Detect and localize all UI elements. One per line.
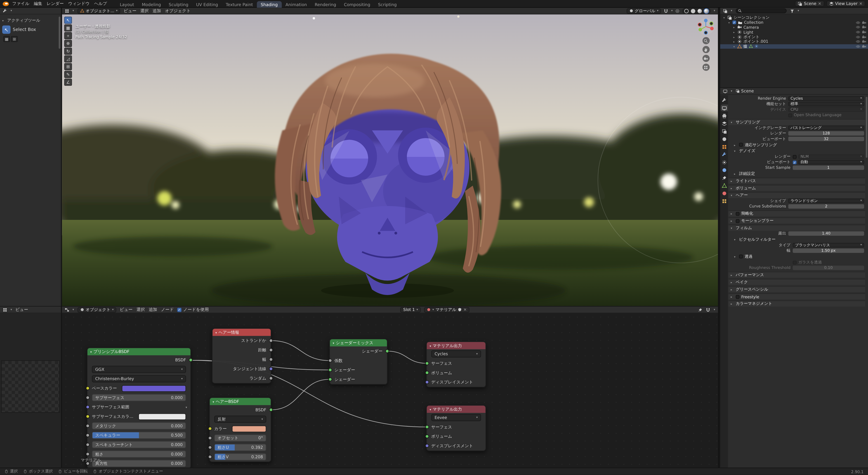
pan-button[interactable] xyxy=(702,46,710,53)
node-mix-shader[interactable]: ▾シェーダーミックスシェーダー係数シェーダーシェーダー xyxy=(329,339,388,385)
value-field-スペキュラー[interactable]: スペキュラー0.500 xyxy=(92,432,186,439)
eye-toggle[interactable] xyxy=(856,35,860,39)
field-露出[interactable]: 1.40 xyxy=(788,231,864,236)
use-nodes-toggle[interactable]: ✓ ノードを使用 xyxy=(177,307,209,312)
shading-wireframe-button[interactable] xyxy=(684,8,689,13)
node-snap-magnet-icon[interactable] xyxy=(706,307,710,312)
checkbox-レンダー[interactable] xyxy=(793,155,797,158)
viewport-editor-icon[interactable] xyxy=(65,8,69,13)
node-collapse-arrow[interactable]: ▾ xyxy=(215,330,217,334)
field-レンダー[interactable]: 128 xyxy=(788,131,864,136)
node-collapse-arrow[interactable]: ▾ xyxy=(333,341,334,345)
active-tool-panel-header[interactable]: ▾ アクティブツール xyxy=(2,18,59,23)
properties-tab-texture[interactable] xyxy=(720,197,727,204)
tool-scale[interactable]: ◿ xyxy=(64,55,72,63)
viewport-menu-選択[interactable]: 選択 xyxy=(141,8,149,13)
node-dropdown-反射[interactable]: 反射▾ xyxy=(214,416,266,423)
panel-header-グリースペンシル[interactable]: ▸グリースペンシル xyxy=(728,286,865,292)
color-swatch-ベースカラー[interactable] xyxy=(122,385,186,391)
expand-arrow[interactable]: ▾ xyxy=(733,45,736,48)
filter-caret[interactable]: ▾ xyxy=(798,9,799,12)
scene-unlink-button[interactable]: ✕ xyxy=(818,1,821,6)
eye-toggle[interactable] xyxy=(856,44,860,49)
shading-material-button[interactable] xyxy=(697,8,703,13)
cam-toggle[interactable] xyxy=(862,39,866,44)
checkbox-ビューポート[interactable]: ✓ xyxy=(793,160,797,164)
color-swatch-カラー[interactable] xyxy=(232,425,266,432)
workspace-tab-Modeling[interactable]: Modeling xyxy=(138,1,165,7)
panel-header-モーションブラー[interactable]: ▸モーションブラー xyxy=(728,217,865,223)
dropdown-Render Engine[interactable]: Cycles▾ xyxy=(788,96,864,101)
shader-type-dropdown[interactable]: オブジェクト▾ xyxy=(77,307,116,312)
node-editor-caret[interactable]: ▾ xyxy=(72,308,74,311)
shading-solid-button[interactable] xyxy=(690,8,696,13)
editor-type-caret[interactable]: ▾ xyxy=(11,9,12,12)
tool-annotate[interactable]: ✎ xyxy=(64,71,72,78)
panel-header-透過[interactable]: ▾透過 xyxy=(728,254,865,260)
node-link[interactable] xyxy=(388,351,426,363)
dropdown-機能セット[interactable]: 標準▾ xyxy=(788,102,864,106)
eye-toggle[interactable] xyxy=(856,20,860,25)
cam-toggle[interactable] xyxy=(862,20,866,25)
tool-rotate[interactable]: ↻ xyxy=(64,48,72,55)
node-menu-ノード[interactable]: ノード xyxy=(161,307,174,312)
field-ビューポート[interactable]: 32 xyxy=(788,136,864,141)
node-menu-選択[interactable]: 選択 xyxy=(136,307,145,312)
panel-header-簡略化[interactable]: ▸簡略化 xyxy=(728,211,865,217)
dropdown-シェイプ[interactable]: ラウンドリボン▾ xyxy=(788,198,864,203)
node-hair-info[interactable]: ▾ヘアー情報ストランドか距離幅タンジェント法線ランダム xyxy=(212,328,271,383)
properties-tab-output[interactable] xyxy=(720,112,727,119)
viewport-menu-ビュー[interactable]: ビュー xyxy=(124,8,136,13)
node-header-material-output-eevee[interactable]: ▾マテリアル出力 xyxy=(427,406,486,413)
snap-caret[interactable]: ▾ xyxy=(671,9,673,12)
panel-checkbox-Freestyle[interactable] xyxy=(736,295,740,298)
node-dropdown-GGX[interactable]: GGX▾ xyxy=(92,366,186,373)
properties-tab-tool[interactable] xyxy=(720,97,727,103)
properties-tab-material[interactable] xyxy=(720,190,727,196)
panel-checkbox-透過[interactable] xyxy=(739,255,743,258)
filter-icon[interactable] xyxy=(790,8,794,13)
node-collapse-arrow[interactable]: ▾ xyxy=(213,400,214,403)
outliner-search-input[interactable] xyxy=(736,8,786,13)
value-field-オフセット[interactable]: オフセット0° xyxy=(214,434,266,442)
properties-editor-caret[interactable]: ▾ xyxy=(731,90,733,92)
node-material-output-eevee[interactable]: ▾マテリアル出力Eevee▾サーフェスボリュームディスプレイスメント xyxy=(426,405,486,451)
panel-header-ライトパス[interactable]: ▸ライトパス xyxy=(728,178,865,184)
expand-arrow[interactable]: ▾ xyxy=(727,21,731,24)
properties-scrollbar[interactable] xyxy=(866,97,867,158)
image-editor-icon[interactable] xyxy=(3,307,7,312)
menu-ヘルプ[interactable]: ヘルプ xyxy=(92,1,110,6)
material-unlink-button[interactable]: ✕ xyxy=(463,307,467,312)
panel-header-ヘアー[interactable]: ▾ヘアー xyxy=(728,192,865,198)
material-datablock[interactable]: ▾ マテリアル ✕ xyxy=(424,307,469,312)
panel-checkbox-簡略化[interactable] xyxy=(736,212,740,216)
tool-transform[interactable]: ⊞ xyxy=(64,63,72,70)
cam-toggle[interactable] xyxy=(862,35,866,39)
tool-option-extend[interactable]: ⊞ xyxy=(11,36,18,42)
blender-logo-icon[interactable] xyxy=(3,1,9,6)
socket-shader[interactable] xyxy=(385,349,389,353)
socket-shader[interactable] xyxy=(269,408,273,412)
node-material-output-cycles[interactable]: ▾マテリアル出力Cycles▾サーフェスボリュームディスプレイスメント xyxy=(426,342,486,387)
light-gizmo-dot[interactable] xyxy=(313,17,315,20)
light-gizmo-dot-2[interactable] xyxy=(457,15,460,18)
menu-レンダー[interactable]: レンダー xyxy=(44,1,66,6)
panel-header-Freestyle[interactable]: ▸Freestyle xyxy=(728,293,865,299)
properties-tab-object[interactable] xyxy=(720,143,727,150)
cam-toggle[interactable] xyxy=(862,25,866,30)
tool-move[interactable]: ⊕ xyxy=(64,40,72,47)
tool-option-new[interactable]: ▦ xyxy=(3,36,10,42)
value-field-粗さ[interactable]: 粗さ0.000 xyxy=(92,450,186,457)
scene-selector[interactable]: Scene ✕ xyxy=(795,0,824,6)
node-header-mix-shader[interactable]: ▾シェーダーミックス xyxy=(330,339,387,346)
workspace-tab-Rendering[interactable]: Rendering xyxy=(311,1,340,7)
navigation-gizmo[interactable] xyxy=(697,18,715,35)
camera-view-button[interactable] xyxy=(702,55,710,62)
field-Start Sample[interactable]: 1 xyxy=(793,165,864,170)
expand-arrow[interactable]: ▾ xyxy=(722,16,726,20)
workspace-tab-Texture Paint[interactable]: Texture Paint xyxy=(222,1,257,7)
menu-編集[interactable]: 編集 xyxy=(32,1,44,6)
collection-checkbox[interactable]: ✓ xyxy=(733,21,736,25)
menu-ファイル[interactable]: ファイル xyxy=(10,1,32,6)
workspace-tab-Sculpting[interactable]: Sculpting xyxy=(165,1,192,7)
